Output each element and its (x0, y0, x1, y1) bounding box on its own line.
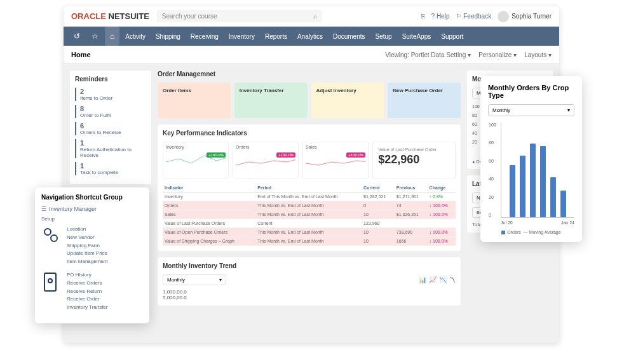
table-row[interactable]: Value of Shipping Charges – GraphThis Mo… (163, 237, 456, 246)
kpi-inventory[interactable]: Inventory+100.0% (163, 142, 229, 179)
nav-setup[interactable]: Setup (371, 28, 397, 45)
svg-point-3 (48, 279, 52, 283)
help-link[interactable]: ? Help (431, 13, 450, 20)
home-icon[interactable]: ⌂ (105, 27, 119, 46)
chart-trend-icon[interactable]: 〽 (449, 276, 456, 283)
nav-shortcut-popup: Navigation Shortcut Group ☰Inventory Man… (35, 187, 149, 323)
chart-line-icon[interactable]: 📈 (429, 276, 437, 283)
table-row[interactable]: OrdersThis Month vs. End of Last Month07… (163, 201, 456, 210)
mit-panel: Monthly Inventory Trend Monthly▾ 📊 📈 📉 〽… (158, 257, 461, 306)
kpi-title: Key Performance Indicators (163, 130, 456, 137)
avatar (498, 11, 509, 22)
shortcut-link[interactable]: Receive Order (67, 295, 107, 304)
shortcut-link[interactable]: Location (67, 226, 107, 234)
bar (530, 144, 536, 217)
nav-receiving[interactable]: Receiving (186, 28, 223, 45)
kpi-table: IndicatorPeriodCurrentPreviousChangeInve… (163, 184, 456, 246)
breadcrumb: Home (71, 51, 91, 58)
kpi-orders[interactable]: Orders+100.0% (233, 142, 299, 179)
shortcut-link[interactable]: Receive Return (67, 288, 107, 296)
reminders-panel: Reminders 2Items to Order8Order to Fulfi… (70, 71, 151, 184)
reminder-item[interactable]: 2Items to Order (75, 88, 146, 101)
chart-bar-icon[interactable]: 📊 (419, 276, 426, 283)
reminder-item[interactable]: 1Return Authetication to Receive (75, 139, 146, 158)
feedback-link[interactable]: ⚐ Feedback (456, 13, 491, 20)
nav-documents[interactable]: Documents (329, 28, 370, 45)
personalize-dropdown[interactable]: Personalize ▾ (478, 51, 517, 58)
nav-analytics[interactable]: Analytics (293, 28, 327, 45)
mit-val-2: 5,000,00.0 (163, 295, 456, 300)
bar (540, 146, 546, 217)
mit-val-1: 1,000,00.0 (163, 289, 456, 295)
svg-point-0 (44, 229, 51, 235)
nav-inventory[interactable]: Inventory (224, 28, 259, 45)
chevron-down-icon: ▾ (567, 107, 570, 113)
bar (560, 191, 566, 217)
kpi-panel: Key Performance Indicators Inventory+100… (158, 125, 461, 251)
card-new-po[interactable]: New Purchase Order (388, 83, 461, 118)
card-inv-transfer[interactable]: Inventory Transfer (234, 83, 308, 118)
popup2-title: Monthly Orders By Crop Type (488, 84, 574, 99)
mit-period-select[interactable]: Monthly▾ (163, 274, 226, 285)
popup2-period-select[interactable]: Monthly▾ (488, 104, 574, 116)
table-row[interactable]: Value of Open Purchase OrdersThis Month … (163, 228, 456, 237)
card-adjust-inv[interactable]: Adjust Inventory (311, 83, 384, 118)
mit-title: Monthly Inventory Trend (163, 262, 456, 269)
search-icon: ⌕ (313, 13, 317, 20)
viewing-dropdown[interactable]: Viewing: Portlet Data Setting ▾ (385, 51, 471, 58)
svg-point-1 (51, 235, 57, 241)
bar (510, 165, 515, 217)
nav-reports[interactable]: Reports (261, 28, 292, 45)
shortcut-link[interactable]: Inventory Transfer (67, 304, 107, 312)
user-menu[interactable]: Sophia Turner (498, 11, 552, 22)
back-icon[interactable]: ↺ (69, 27, 85, 46)
document-icon (41, 271, 62, 312)
chevron-down-icon: ▾ (219, 277, 222, 283)
crop-chart-popup: Monthly Orders By Crop Type Monthly▾ 100… (480, 76, 582, 242)
shortcut-link[interactable]: Item Management (67, 258, 107, 266)
star-icon[interactable]: ☆ (86, 27, 104, 46)
table-row[interactable]: Value of Last Purchase OrdersCurrent122,… (163, 219, 456, 228)
reminder-item[interactable]: 1Task to complete (75, 162, 146, 175)
reminder-item[interactable]: 8Order to Fulfil (75, 105, 146, 118)
reminders-title: Reminders (75, 76, 146, 83)
om-title: Order Managemnet (158, 71, 461, 78)
shortcut-link[interactable]: Update Item Price (67, 250, 107, 258)
menu-icon: ☰ (41, 206, 46, 212)
chart-legend: Orders — Moving Average (488, 230, 574, 234)
card-order-items[interactable]: Order Items (158, 83, 231, 118)
chart-area-icon[interactable]: 📉 (439, 276, 447, 283)
bar (520, 156, 525, 217)
bar (550, 177, 556, 217)
shortcut-link[interactable]: New Vendor (67, 234, 107, 242)
kpi-sales[interactable]: Sales+100.0% (302, 142, 369, 179)
setup-label: Setup (41, 216, 143, 222)
shortcut-link[interactable]: Shipping Farm (67, 242, 107, 250)
nav-activity[interactable]: Activity (121, 28, 150, 45)
logo: ORACLE NETSUITE (71, 11, 149, 21)
popup1-title: Navigation Shortcut Group (41, 194, 143, 201)
order-mgmt-panel: Order Managemnet Order Items Inventory T… (158, 71, 461, 118)
sub-bar: Home Viewing: Portlet Data Setting ▾ Per… (64, 46, 559, 64)
search-input[interactable]: Search your course⌕ (157, 10, 322, 22)
top-bar: ORACLE NETSUITE Search your course⌕ ⎘ ? … (64, 6, 559, 27)
nav-suiteapps[interactable]: SuiteApps (398, 28, 436, 45)
reminder-item[interactable]: 6Orders to Receive (75, 122, 146, 135)
table-row[interactable]: SalesThis Month vs. End of Last Month10$… (163, 210, 456, 219)
nav-shipping[interactable]: Shipping (151, 28, 185, 45)
shortcut-link[interactable]: PO History (67, 271, 107, 280)
layouts-dropdown[interactable]: Layouts ▾ (524, 51, 552, 58)
nav-bar: ↺ ☆ ⌂ Activity Shipping Receiving Invent… (64, 27, 559, 46)
inventory-manager-link[interactable]: ☰Inventory Manager (41, 206, 143, 212)
shortcut-link[interactable]: Receive Orders (67, 280, 107, 288)
kpi-value: Value of Last Purchase Order$22,960 (372, 142, 456, 179)
nav-support[interactable]: Support (437, 28, 468, 45)
notification-icon[interactable]: ⎘ (421, 13, 425, 20)
chart-type-icons: 📊 📈 📉 〽 (419, 276, 456, 283)
bar-chart: 100806040200 (501, 123, 574, 218)
gear-icon (41, 226, 62, 266)
table-row[interactable]: InventoryEnd of This Month vs. End of La… (163, 192, 456, 201)
